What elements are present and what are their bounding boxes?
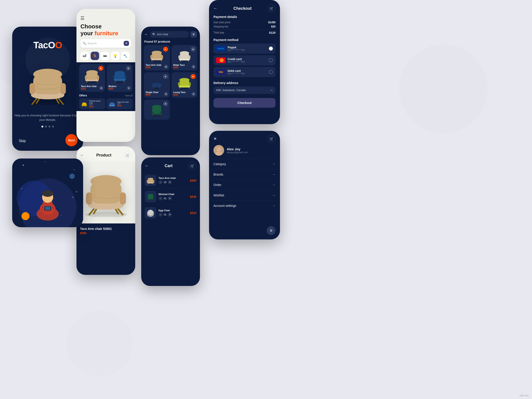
- sr-add-1[interactable]: +: [164, 65, 168, 69]
- cat-bed[interactable]: 🛏: [101, 52, 109, 60]
- credit-name: Credit card: [228, 58, 267, 61]
- edit-icon[interactable]: ✏: [271, 89, 273, 92]
- svg-rect-9: [30, 83, 35, 94]
- offer-name-2: Tippi arm chair: [117, 101, 129, 103]
- close-menu-btn[interactable]: ✕: [214, 136, 217, 141]
- credit-radio[interactable]: [269, 58, 273, 62]
- svg-rect-79: [86, 192, 92, 205]
- svg-rect-115: [45, 207, 50, 210]
- qty-plus-3[interactable]: +: [168, 213, 172, 216]
- qty-minus-3[interactable]: -: [158, 213, 163, 216]
- favorite-btn-sr1[interactable]: ♥: [163, 47, 168, 52]
- svg-point-104: [76, 191, 77, 192]
- browse-title: Chooseyour furniture: [81, 23, 131, 37]
- cart-item-3: Egg Chair - 01 + $210: [141, 205, 200, 221]
- sr-card-5[interactable]: ♥: [144, 100, 170, 120]
- pd-cart-btn[interactable]: 🛒: [124, 151, 132, 159]
- pd-back-btn[interactable]: ←: [80, 153, 84, 158]
- sr-card-2[interactable]: ♥ Relax Taco $330 +: [171, 45, 197, 70]
- cat-sofa[interactable]: 🛋: [81, 52, 89, 60]
- paypal-name: Paypal: [228, 46, 267, 49]
- search-query: Arm chair: [157, 33, 168, 36]
- filter-icon[interactable]: ⚙: [124, 41, 129, 46]
- favorite-btn-sr3[interactable]: ♥: [163, 74, 168, 79]
- category-bar: 🛋 🪑 🛏 💡 🔧: [76, 50, 135, 62]
- debit-number: 564 *** ***** *784: [228, 72, 267, 75]
- svg-point-55: [152, 83, 162, 86]
- splash-tagline: Help you to choosing right furniture bec…: [12, 113, 83, 122]
- delivery-title: Delivery address: [214, 81, 276, 85]
- filter-button[interactable]: ⚙: [190, 31, 197, 38]
- qty-plus-2[interactable]: +: [168, 196, 172, 200]
- svg-point-16: [86, 70, 98, 75]
- offer-card-1[interactable]: Minimal savan chair $300 $230: [79, 98, 105, 109]
- cat-more[interactable]: 🔧: [121, 52, 130, 60]
- product-card-2[interactable]: ♥ Modern: [107, 64, 133, 92]
- view-all-btn[interactable]: View all: [125, 95, 133, 97]
- app-logo: TacOO: [33, 40, 62, 51]
- total-value: $120: [269, 31, 276, 34]
- next-button[interactable]: Next: [65, 134, 78, 146]
- svg-point-61: [179, 78, 190, 82]
- paypal-option[interactable]: PayPal Paypal 564 *** ***** *784: [214, 44, 276, 54]
- svg-point-40: [152, 51, 162, 55]
- search-icon-sm: 🔍: [152, 33, 156, 36]
- menu-item-wishlist[interactable]: Wishlist →: [209, 190, 280, 200]
- pm-filter-btn[interactable]: ⚙: [267, 226, 276, 235]
- qty-minus-2[interactable]: -: [158, 196, 163, 200]
- subtotal-value: $1455: [268, 21, 276, 24]
- cart-icon[interactable]: 🛒: [188, 162, 196, 170]
- sr-card-4[interactable]: ♥ Loung Taco $330 +: [171, 72, 197, 98]
- svg-rect-41: [150, 55, 152, 59]
- menu-item-category[interactable]: Category →: [209, 159, 280, 169]
- debit-card-option[interactable]: VISA Debit card 564 *** ***** *784: [214, 67, 276, 77]
- cat-lamp[interactable]: 💡: [111, 52, 120, 60]
- favorite-btn-sr4[interactable]: ♥: [191, 74, 196, 79]
- search-input-bar[interactable]: 🔍 Arm chair: [150, 31, 189, 38]
- checkout-cart-btn[interactable]: 🛒: [267, 4, 276, 13]
- sr-add-4[interactable]: +: [191, 92, 196, 96]
- favorite-btn[interactable]: ♥: [98, 66, 103, 71]
- svg-text:×: ×: [72, 196, 74, 199]
- hamburger-icon[interactable]: ☰: [81, 16, 131, 21]
- sr-card-3[interactable]: ♥ Single Chair $350 +: [144, 72, 170, 98]
- paypal-radio[interactable]: [269, 47, 273, 51]
- checkout-screen: ← Checkout 🛒 Payment details Sub total p…: [209, 0, 280, 124]
- menu-item-brands[interactable]: Brands →: [209, 169, 280, 180]
- offer-price-1: $230: [89, 106, 103, 108]
- checkout-button[interactable]: Checkout: [214, 98, 276, 108]
- offers-title: Offers: [79, 94, 87, 97]
- skip-button[interactable]: Skip: [19, 139, 26, 143]
- favorite-btn-sr5[interactable]: ♥: [163, 101, 168, 106]
- svg-rect-49: [178, 55, 180, 59]
- add-to-cart-btn-1[interactable]: +: [99, 86, 103, 90]
- sr-card-1[interactable]: ♥ Taco Arm chair $350 +: [144, 45, 170, 70]
- back-button[interactable]: ←: [144, 32, 148, 37]
- credit-card-option[interactable]: Credit card 564 *** ***** *784: [214, 55, 276, 65]
- checkout-back-btn[interactable]: ←: [214, 6, 217, 11]
- cat-chair[interactable]: 🪑: [91, 52, 99, 60]
- svg-line-30: [86, 106, 86, 107]
- product-card-featured[interactable]: ♥ Taco Arm chair: [79, 64, 105, 92]
- cart-back-btn[interactable]: ←: [145, 164, 149, 168]
- svg-rect-10: [60, 83, 66, 94]
- menu-cart-btn[interactable]: 🛒: [267, 135, 276, 143]
- svg-rect-42: [161, 55, 163, 59]
- sr-add-3[interactable]: +: [164, 92, 168, 96]
- search-bar[interactable]: 🔍 Search ⚙: [81, 39, 131, 48]
- cart-item-name-2: Minimal Chair: [158, 193, 188, 196]
- debit-radio[interactable]: [269, 70, 273, 74]
- qty-plus-1[interactable]: +: [168, 180, 172, 184]
- mastercard-logo: [216, 57, 225, 63]
- browse-screen: ☰ Chooseyour furniture 🔍 Search ⚙ 🛋 🪑 🛏 …: [76, 9, 135, 142]
- svg-point-103: [45, 161, 46, 162]
- qty-minus-1[interactable]: -: [158, 180, 163, 184]
- favorite-btn-sr2[interactable]: ♥: [191, 47, 196, 52]
- menu-item-account-settings[interactable]: Account settings →: [209, 201, 280, 211]
- menu-item-order[interactable]: Order →: [209, 180, 280, 190]
- sr-add-2[interactable]: +: [191, 65, 196, 69]
- offer-card-2[interactable]: Tippi arm chair $400 $345: [107, 98, 133, 109]
- checkout-title: Checkout: [220, 6, 265, 11]
- payment-details-title: Payment details: [214, 15, 276, 19]
- svg-text:×: ×: [61, 214, 62, 216]
